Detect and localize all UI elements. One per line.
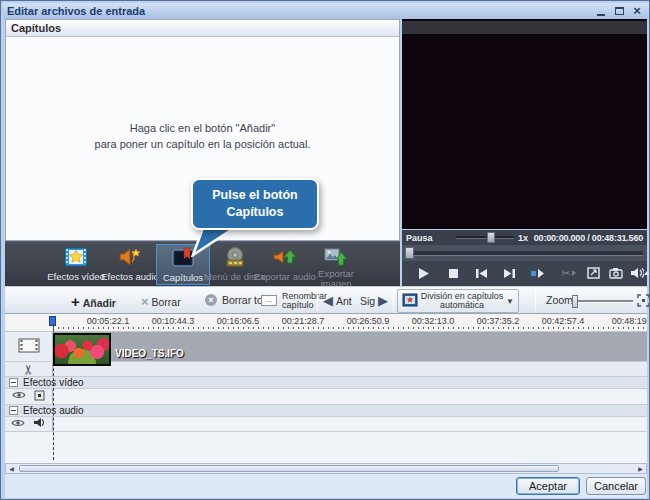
accept-button[interactable]: Aceptar bbox=[516, 477, 580, 495]
player-status-row: Pausa 1x 00:00:00.000 / 00:48:31.560 bbox=[402, 230, 647, 245]
video-effects-gutter bbox=[5, 389, 53, 404]
export-image-icon bbox=[324, 246, 348, 269]
timeline-empty-area bbox=[5, 432, 647, 463]
zoom-fit-icon[interactable] bbox=[637, 294, 650, 309]
scroll-left-arrow[interactable]: ◀ bbox=[6, 464, 17, 473]
zoom-slider[interactable] bbox=[571, 300, 633, 303]
message-line-2: para poner un capítulo en la posición ac… bbox=[6, 136, 399, 152]
edit-input-files-window: Editar archivos de entrada × Capítulos H… bbox=[0, 0, 650, 500]
video-effects-button[interactable]: Efectos vídeo bbox=[48, 244, 104, 285]
next-scene-button[interactable] bbox=[528, 265, 546, 281]
cut-row-content bbox=[53, 362, 647, 376]
delete-chapter-button[interactable]: × Borrar bbox=[141, 294, 181, 309]
eye-icon[interactable] bbox=[12, 390, 26, 402]
audio-effects-section-header: Efectos audio bbox=[5, 405, 647, 417]
scrollbar-thumb[interactable] bbox=[19, 465, 559, 472]
cut-preview-button[interactable]: ✂ bbox=[560, 265, 578, 281]
chapter-toolbar: + Añadir × Borrar ×Borrar todo ... Renom… bbox=[5, 286, 647, 314]
timeline-ruler[interactable]: 00:05:22.1 00:10:44.3 00:16:06.5 00:21:2… bbox=[5, 314, 647, 332]
rename-line-2: capítulo bbox=[282, 300, 314, 310]
speed-value: 1x bbox=[518, 233, 528, 243]
snapshot-button[interactable] bbox=[607, 265, 625, 281]
collapse-icon[interactable] bbox=[9, 406, 18, 415]
window-title: Editar archivos de entrada bbox=[7, 5, 591, 17]
scissors-icon: ✂ bbox=[21, 364, 36, 375]
footer-bar: Aceptar Cancelar bbox=[5, 474, 647, 498]
message-line-1: Haga clic en el botón "Añadir" bbox=[6, 120, 399, 136]
fullscreen-button[interactable] bbox=[584, 265, 602, 281]
volume-popup-button[interactable] bbox=[642, 265, 650, 281]
export-audio-button[interactable]: Exportar audio bbox=[257, 244, 313, 285]
speed-slider-handle[interactable] bbox=[487, 232, 495, 243]
video-effects-content bbox=[53, 389, 647, 404]
delete-chapter-label: Borrar bbox=[152, 296, 181, 308]
ruler-tick: 00:32:13.0 bbox=[412, 316, 455, 326]
toolbar-separator bbox=[317, 290, 318, 311]
collapse-icon[interactable] bbox=[9, 378, 18, 387]
video-track-row: VIDEO_TS.IFO bbox=[5, 332, 647, 362]
previous-chapter-button[interactable]: ◀ Ant bbox=[323, 293, 352, 308]
arrow-left-icon: ◀ bbox=[323, 293, 333, 308]
ruler-tick: 00:42:57.4 bbox=[542, 316, 585, 326]
toolbar-separator bbox=[535, 290, 536, 311]
rename-chapter-button[interactable]: Renombrarcapítulo bbox=[282, 292, 327, 310]
x-icon: × bbox=[141, 294, 149, 309]
video-track-gutter bbox=[5, 332, 53, 361]
film-star-icon bbox=[64, 246, 88, 269]
seek-handle[interactable] bbox=[405, 247, 414, 259]
time-display: 00:00:00.000 / 00:48:31.560 bbox=[534, 233, 643, 243]
ruler-tick: 00:16:06.5 bbox=[217, 316, 260, 326]
chevron-down-icon: ▼ bbox=[506, 297, 514, 306]
close-icon: × bbox=[633, 6, 641, 16]
split-line-2: automática bbox=[440, 300, 484, 310]
ruler-tick: 00:37:35.2 bbox=[477, 316, 520, 326]
ruler-tick: 00:10:44.3 bbox=[152, 316, 195, 326]
titlebar[interactable]: Editar archivos de entrada × bbox=[3, 3, 649, 19]
arrow-right-icon: ▶ bbox=[378, 293, 388, 308]
play-button[interactable] bbox=[414, 265, 432, 281]
horizontal-scrollbar[interactable]: ◀ ▶ bbox=[5, 463, 647, 474]
next-frame-button[interactable] bbox=[500, 265, 518, 281]
maximize-icon bbox=[615, 7, 624, 15]
callout-line-1: Pulse el botón bbox=[212, 187, 297, 204]
maximize-button[interactable] bbox=[611, 5, 627, 18]
video-preview bbox=[402, 19, 647, 229]
audio-effects-label: Efectos audio bbox=[101, 271, 159, 282]
chapters-empty-message: Haga clic en el botón "Añadir" para pone… bbox=[6, 120, 399, 152]
video-effects-label: Efectos vídeo bbox=[47, 271, 105, 282]
seek-bar[interactable] bbox=[402, 245, 647, 261]
seek-groove[interactable] bbox=[406, 251, 643, 256]
ruler-tick: 00:21:28.7 bbox=[282, 316, 325, 326]
close-button[interactable]: × bbox=[629, 5, 645, 18]
callout-line-2: Capítulos bbox=[227, 204, 284, 221]
speed-slider[interactable] bbox=[456, 236, 514, 239]
export-image-button[interactable]: Exportar imagen bbox=[308, 244, 364, 285]
ruler-dots bbox=[53, 327, 647, 329]
eye-icon[interactable] bbox=[11, 418, 25, 430]
stop-button[interactable] bbox=[444, 265, 462, 281]
rename-icon: ... bbox=[261, 295, 277, 306]
clip-thumbnail bbox=[55, 335, 109, 364]
add-chapter-button[interactable]: + Añadir bbox=[71, 293, 116, 310]
ruler-tick: 00:26:50.9 bbox=[347, 316, 390, 326]
video-preview-topstrip bbox=[402, 21, 647, 34]
minimize-button[interactable] bbox=[593, 5, 609, 18]
previous-frame-button[interactable] bbox=[472, 265, 490, 281]
clip-filename: VIDEO_TS.IFO bbox=[115, 348, 184, 359]
auto-split-button[interactable]: División en capítulosautomática ▼ bbox=[397, 289, 519, 313]
export-audio-icon bbox=[273, 246, 297, 269]
video-effect-icon bbox=[34, 390, 45, 403]
export-audio-label: Exportar audio bbox=[254, 271, 316, 282]
scroll-right-arrow[interactable]: ▶ bbox=[635, 464, 646, 473]
playback-status: Pausa bbox=[406, 233, 433, 243]
audio-effects-content bbox=[53, 417, 647, 432]
plus-icon: + bbox=[71, 293, 80, 310]
callout-tooltip: Pulse el botón Capítulos bbox=[191, 178, 319, 230]
speaker-star-icon bbox=[118, 246, 142, 269]
next-chapter-button[interactable]: Sig ▶ bbox=[360, 293, 388, 308]
video-clip[interactable] bbox=[53, 333, 111, 366]
audio-effects-button[interactable]: Efectos audio bbox=[102, 244, 158, 285]
cut-row-gutter: ✂ bbox=[5, 362, 53, 376]
cancel-button[interactable]: Cancelar bbox=[586, 477, 646, 495]
zoom-slider-handle[interactable] bbox=[572, 295, 578, 308]
